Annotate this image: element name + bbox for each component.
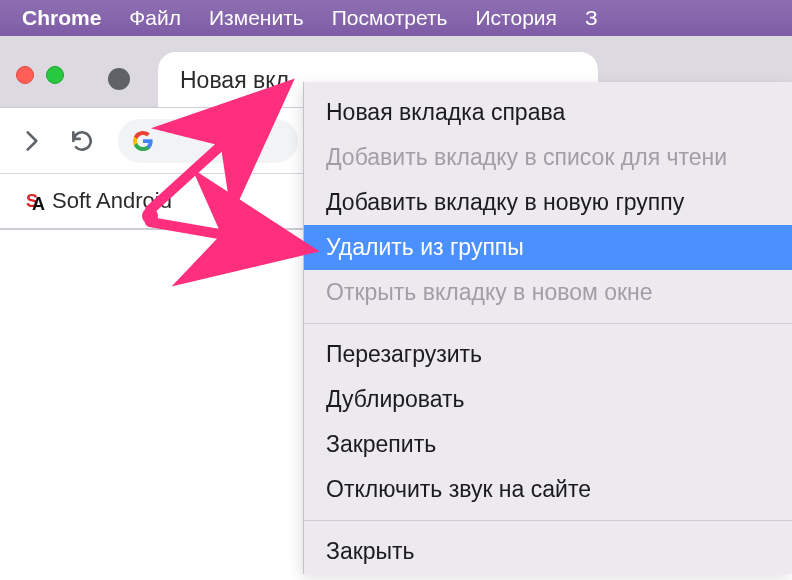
menu-truncated[interactable]: З [571,6,612,30]
bookmark-item[interactable]: Soft Android [52,188,172,214]
menu-file[interactable]: Файл [115,6,195,30]
cm-separator [304,323,792,324]
bookmark-favicon-2: S [226,191,238,212]
reload-button[interactable] [68,127,96,155]
cm-new-tab-right[interactable]: Новая вкладка справа [304,90,792,135]
macos-menubar: Chrome Файл Изменить Посмотреть История … [0,0,792,36]
app-name[interactable]: Chrome [8,6,115,30]
tab-context-menu: Новая вкладка справа Добавить вкладку в … [303,82,792,574]
google-icon [132,130,154,152]
cm-mute-site[interactable]: Отключить звук на сайте [304,467,792,512]
traffic-lights [16,66,64,84]
cm-duplicate[interactable]: Дублировать [304,377,792,422]
bookmark-favicon: S [26,191,38,212]
tab-group-indicator[interactable] [108,68,130,90]
cm-remove-from-group[interactable]: Удалить из группы [304,225,792,270]
cm-pin[interactable]: Закрепить [304,422,792,467]
forward-button[interactable] [18,127,46,155]
menu-edit[interactable]: Изменить [195,6,318,30]
menu-view[interactable]: Посмотреть [318,6,462,30]
cm-close[interactable]: Закрыть [304,529,792,574]
cm-add-to-group[interactable]: Добавить вкладку в новую группу [304,180,792,225]
cm-reload[interactable]: Перезагрузить [304,332,792,377]
tab-title: Новая вкл [180,67,289,94]
menu-history[interactable]: История [462,6,571,30]
close-window-button[interactable] [16,66,34,84]
address-bar[interactable] [118,119,298,163]
zoom-window-button[interactable] [46,66,64,84]
cm-add-reading-list: Добавить вкладку в список для чтени [304,135,792,180]
cm-open-new-window: Открыть вкладку в новом окне [304,270,792,315]
cm-separator-2 [304,520,792,521]
